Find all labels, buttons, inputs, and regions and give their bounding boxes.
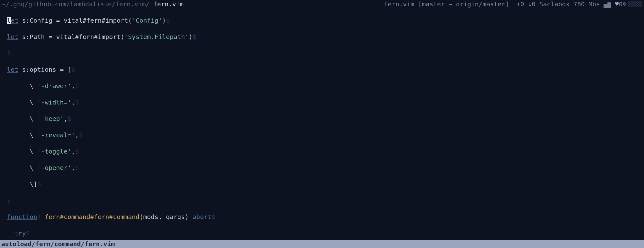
editor-viewport[interactable]: let s:Config = vital#fern#import('Config… <box>0 8 644 248</box>
cursor: l <box>7 17 11 24</box>
file-name: fern.vim <box>153 0 184 8</box>
network-speed: 780 Mbs <box>573 0 603 8</box>
code-line: \]$ <box>7 180 637 188</box>
code-line: \ '-keep',$ <box>7 115 637 123</box>
hostname: Saclabox <box>539 0 573 8</box>
status-filepath: autoload/fern/command/fern.vim <box>1 240 115 248</box>
code-line: $ <box>7 49 637 57</box>
code-line: \ '-reveal=',$ <box>7 131 637 139</box>
statusline: autoload/fern/command/fern.vim <box>0 240 644 248</box>
heart-icon: ♥ <box>611 0 619 8</box>
code-line: let s:options = [$ <box>7 65 637 74</box>
git-branch: fern.vim [master → origin/master] <box>384 0 509 8</box>
code-line: function! fern#command#fern#command(mods… <box>7 213 637 221</box>
file-path: ~/.ghq/github.com/lambdalisue/fern.vim/ <box>2 0 153 8</box>
code-line: try$ <box>7 229 637 237</box>
code-line: \ '-toggle',$ <box>7 147 637 155</box>
code-line: let s:Config = vital#fern#import('Config… <box>7 16 637 25</box>
battery-percent: 0% <box>619 0 626 8</box>
code-line: \ '-drawer',$ <box>7 82 637 90</box>
signal-icon: ▄▆ <box>604 0 611 8</box>
titlebar: ~/.ghq/github.com/lambdalisue/fern.vim/ … <box>0 0 644 8</box>
titlebar-right: fern.vim [master → origin/master] ↑0 ↓0 … <box>384 0 642 8</box>
git-ahead-behind: ↑0 ↓0 <box>509 0 539 8</box>
titlebar-left: ~/.ghq/github.com/lambdalisue/fern.vim/ … <box>2 0 184 8</box>
code-line: $ <box>7 196 637 205</box>
code-line: let s:Path = vital#fern#import('System.F… <box>7 33 637 41</box>
code-line: \ '-opener',$ <box>7 164 637 172</box>
code-line: \ '-width=',$ <box>7 98 637 106</box>
hatched-pattern <box>628 1 642 7</box>
